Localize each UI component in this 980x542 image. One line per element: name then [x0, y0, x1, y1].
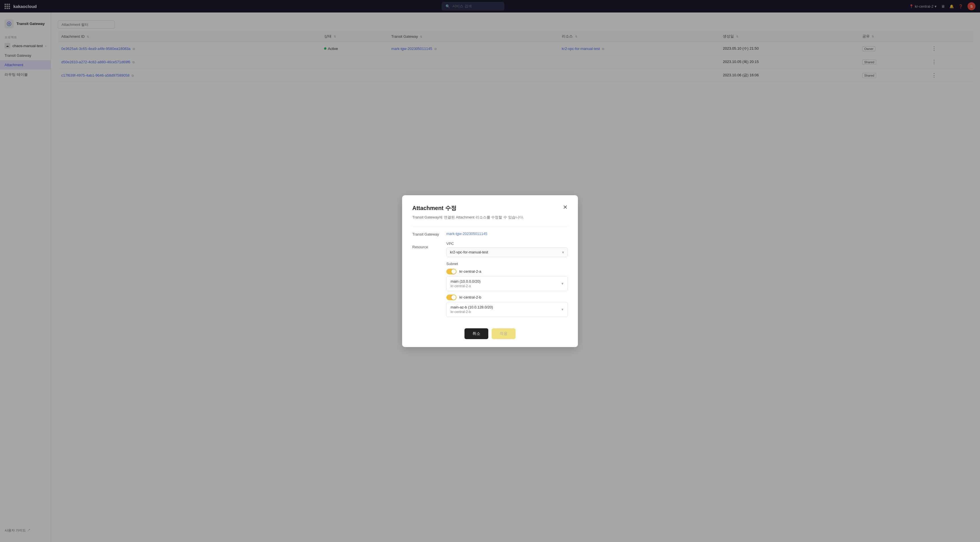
vpc-label: VPC [446, 241, 568, 246]
subnet-section: Subnet kr-central-2-a main (10.0.0.0/20) [446, 261, 568, 317]
cancel-button[interactable]: 취소 [465, 328, 488, 339]
apply-button[interactable]: 적용 [492, 328, 515, 339]
subnet-dropdown-2[interactable]: main-az-b (10.0.128.0/20) kr-central-2-b… [446, 302, 568, 317]
transit-gateway-field: Transit Gateway mark-tgw-202305011145 [412, 231, 568, 236]
transit-gateway-value[interactable]: mark-tgw-202305011145 [446, 231, 568, 236]
resource-field: Resource VPC kr2-vpc-for-manual-test ▾ S… [412, 241, 568, 320]
chevron-down-icon-subnet1: ▾ [562, 281, 563, 286]
transit-gateway-label: Transit Gateway [412, 231, 446, 236]
modal-overlay: Attachment 수정 ✕ Transit Gateway에 연결된 Att… [0, 0, 980, 542]
subnet-toggle-1[interactable] [446, 269, 457, 274]
vpc-select-value: kr2-vpc-for-manual-test [450, 250, 488, 254]
subnet-zone-2: kr-central-2-b [460, 295, 481, 300]
modal-title: Attachment 수정 [412, 204, 457, 212]
subnet-toggle-2[interactable] [446, 295, 457, 300]
resource-label: Resource [412, 241, 446, 249]
modal-close-button[interactable]: ✕ [563, 204, 568, 210]
subnet-main-1: main (10.0.0.0/20) [450, 279, 480, 284]
subnet-toggle-row-2: kr-central-2-b [446, 295, 568, 300]
toggle-knob-1 [452, 269, 456, 274]
chevron-down-icon-subnet2: ▾ [562, 307, 563, 312]
subnet-main-2: main-az-b (10.0.128.0/20) [450, 305, 493, 309]
subnet-zone-1: kr-central-2-a [460, 269, 481, 274]
subnet-item-2: kr-central-2-b main-az-b (10.0.128.0/20)… [446, 295, 568, 317]
attachment-edit-modal: Attachment 수정 ✕ Transit Gateway에 연결된 Att… [402, 195, 578, 347]
subnet-toggle-row-1: kr-central-2-a [446, 269, 568, 274]
chevron-down-icon: ▾ [562, 250, 564, 255]
subnet-label: Subnet [446, 261, 568, 266]
modal-description: Transit Gateway에 연결된 Attachment 리소스를 수정할… [412, 215, 568, 220]
subnet-sub-1: kr-central-2-a [450, 284, 480, 288]
subnet-dropdown-1[interactable]: main (10.0.0.0/20) kr-central-2-a ▾ [446, 276, 568, 291]
subnet-item-1: kr-central-2-a main (10.0.0.0/20) kr-cen… [446, 269, 568, 291]
vpc-select[interactable]: kr2-vpc-for-manual-test ▾ [446, 247, 568, 257]
modal-footer: 취소 적용 [412, 328, 568, 339]
vpc-section: VPC kr2-vpc-for-manual-test ▾ [446, 241, 568, 257]
subnet-dropdown-left-2: main-az-b (10.0.128.0/20) kr-central-2-b [450, 305, 493, 314]
subnet-dropdown-left-1: main (10.0.0.0/20) kr-central-2-a [450, 279, 480, 288]
resource-content: VPC kr2-vpc-for-manual-test ▾ Subnet [446, 241, 568, 320]
subnet-sub-2: kr-central-2-b [450, 310, 493, 314]
toggle-knob-2 [452, 295, 456, 300]
